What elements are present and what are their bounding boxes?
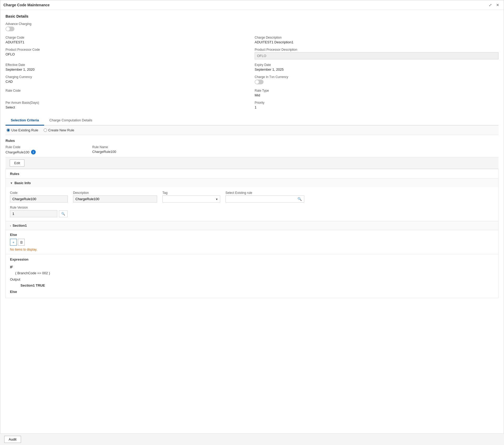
description-label: Description bbox=[73, 191, 157, 195]
rate-type-label: Rate Type bbox=[255, 89, 498, 92]
select-existing-search-button[interactable]: 🔍 bbox=[295, 196, 304, 202]
rate-code-field: Rate Code bbox=[6, 89, 249, 97]
basic-info-section: ▼ Basic Info Code Description bbox=[6, 179, 498, 221]
charge-in-txn-toggle[interactable] bbox=[255, 80, 264, 84]
toggle-knob-txn bbox=[255, 80, 259, 84]
expression-else-line: Else bbox=[10, 289, 494, 295]
tag-select[interactable] bbox=[162, 195, 220, 203]
basic-info-header[interactable]: ▼ Basic Info bbox=[6, 179, 498, 187]
advance-charging-label: Advance Charging bbox=[6, 22, 498, 26]
section1-collapsible: › Section1 bbox=[6, 221, 498, 230]
create-new-rule-label[interactable]: Create New Rule bbox=[44, 128, 74, 132]
use-existing-rule-radio[interactable] bbox=[7, 128, 10, 132]
product-processor-code-label: Product Processor Code bbox=[6, 48, 249, 51]
effective-date-field: Effective Date September 1, 2020 bbox=[6, 63, 249, 71]
use-existing-rule-text: Use Existing Rule bbox=[11, 128, 38, 132]
rule-version-search-button[interactable]: 🔍 bbox=[59, 210, 68, 217]
charge-description-field: Charge Description ADUITEST1 Description… bbox=[255, 36, 498, 44]
product-processor-code-field: Product Processor Code OFLO bbox=[6, 48, 249, 59]
rule-code-label: Rule Code bbox=[6, 145, 84, 149]
rules-section: Rules Rule Code ChargeRule100 i Rule Nam… bbox=[6, 139, 498, 154]
delete-else-button[interactable]: 🗑 bbox=[18, 239, 25, 246]
charging-currency-field: Charging Currency CAD bbox=[6, 75, 249, 85]
effective-date-label: Effective Date bbox=[6, 63, 249, 67]
rate-code-label: Rate Code bbox=[6, 89, 249, 92]
resize-icon[interactable]: ⤢ bbox=[487, 2, 493, 8]
section1-header[interactable]: › Section1 bbox=[6, 221, 498, 230]
description-input[interactable] bbox=[73, 195, 157, 203]
select-existing-input[interactable] bbox=[226, 196, 295, 202]
else-toolbar: + 🗑 bbox=[10, 239, 494, 246]
charge-code-value: ADUITEST1 bbox=[6, 40, 249, 44]
expression-content: IF ( BranchCode == 002 ) Output Section1… bbox=[10, 264, 494, 295]
charge-in-txn-currency-label: Charge In Txn Currency bbox=[255, 75, 498, 79]
rule-fields: Rule Code ChargeRule100 i Rule Name Char… bbox=[6, 145, 498, 154]
footer-bar: Audit bbox=[0, 433, 504, 445]
code-input[interactable] bbox=[10, 195, 68, 203]
basic-info-content: Code Description Tag bbox=[6, 187, 498, 221]
tag-label: Tag bbox=[162, 191, 220, 195]
charge-in-txn-currency-field: Charge In Txn Currency bbox=[255, 75, 498, 85]
info-icon[interactable]: i bbox=[31, 150, 36, 154]
product-processor-code-value: OFLO bbox=[6, 52, 249, 56]
description-form-field: Description bbox=[73, 191, 157, 203]
basic-info-label: Basic Info bbox=[14, 181, 31, 185]
per-annum-label: Per Annum Basis(Days) bbox=[6, 101, 249, 105]
window-title: Charge Code Maintenance bbox=[3, 3, 50, 7]
else-section: Else + 🗑 No items to display. bbox=[6, 230, 498, 254]
product-processor-description-label: Product Processor Description bbox=[255, 48, 498, 51]
output-value-text: Section1 TRUE bbox=[20, 283, 45, 287]
else-keyword: Else bbox=[10, 290, 17, 294]
rule-code-field: Rule Code ChargeRule100 i bbox=[6, 145, 84, 154]
per-annum-value: Select bbox=[6, 105, 249, 109]
tab-selection-criteria[interactable]: Selection Criteria bbox=[6, 116, 44, 126]
charge-description-value: ADUITEST1 Description1 bbox=[255, 40, 498, 44]
charge-code-label: Charge Code bbox=[6, 36, 249, 39]
basic-details-header: Basic Details bbox=[6, 14, 498, 18]
advance-charging-toggle[interactable] bbox=[6, 27, 14, 31]
rule-name-field: Rule Name ChargeRule100 bbox=[92, 145, 197, 154]
audit-button[interactable]: Audit bbox=[4, 436, 21, 443]
edit-button[interactable]: Edit bbox=[10, 159, 24, 167]
charging-currency-value: CAD bbox=[6, 80, 249, 84]
basic-info-grid: Code Description Tag bbox=[10, 191, 494, 203]
priority-value: 1 bbox=[255, 105, 498, 109]
rules-title: Rules bbox=[6, 139, 498, 143]
rule-name-label: Rule Name bbox=[92, 145, 197, 149]
per-annum-field: Per Annum Basis(Days) Select bbox=[6, 101, 249, 109]
expression-output-value: Section1 TRUE bbox=[20, 282, 494, 288]
expiry-date-label: Expiry Date bbox=[255, 63, 498, 67]
select-existing-search-wrap: 🔍 bbox=[225, 195, 304, 203]
expression-condition: ( BranchCode == 002 ) bbox=[15, 270, 494, 276]
add-else-button[interactable]: + bbox=[10, 239, 17, 246]
rule-radio-group: Use Existing Rule Create New Rule bbox=[6, 126, 498, 135]
rate-type-value: Mid bbox=[255, 93, 498, 97]
select-existing-form-field: Select Existing rule 🔍 bbox=[225, 191, 304, 203]
rule-name-value: ChargeRule100 bbox=[92, 150, 197, 154]
condition-text: ( BranchCode == 002 ) bbox=[15, 271, 50, 275]
rule-version-wrap: 🔍 bbox=[10, 210, 68, 217]
charging-currency-label: Charging Currency bbox=[6, 75, 249, 79]
toolbar: Edit bbox=[6, 157, 498, 169]
tag-form-field: Tag ▼ bbox=[162, 191, 220, 203]
use-existing-rule-label[interactable]: Use Existing Rule bbox=[7, 128, 38, 132]
code-form-field: Code bbox=[10, 191, 68, 203]
priority-field: Priority 1 bbox=[255, 101, 498, 109]
close-icon[interactable]: ✕ bbox=[495, 2, 501, 8]
create-new-rule-radio[interactable] bbox=[44, 128, 47, 132]
else-title: Else bbox=[10, 233, 494, 237]
effective-date-value: September 1, 2020 bbox=[6, 68, 249, 71]
rules-box: Rules ▼ Basic Info Code bbox=[6, 169, 498, 298]
tab-charge-computation[interactable]: Charge Computation Details bbox=[44, 116, 97, 126]
product-processor-description-input[interactable] bbox=[255, 52, 498, 59]
product-processor-description-field: Product Processor Description bbox=[255, 48, 498, 59]
rule-version-input[interactable] bbox=[10, 210, 57, 217]
window-controls: ⤢ ✕ bbox=[487, 2, 501, 8]
create-new-rule-text: Create New Rule bbox=[48, 128, 74, 132]
rule-code-value-row: ChargeRule100 i bbox=[6, 150, 84, 154]
select-existing-label: Select Existing rule bbox=[225, 191, 304, 195]
rule-version-label: Rule Version bbox=[10, 206, 68, 209]
expression-title: Expression bbox=[10, 257, 494, 261]
rule-code-value: ChargeRule100 bbox=[6, 150, 29, 154]
tag-select-wrapper: ▼ bbox=[162, 195, 220, 203]
